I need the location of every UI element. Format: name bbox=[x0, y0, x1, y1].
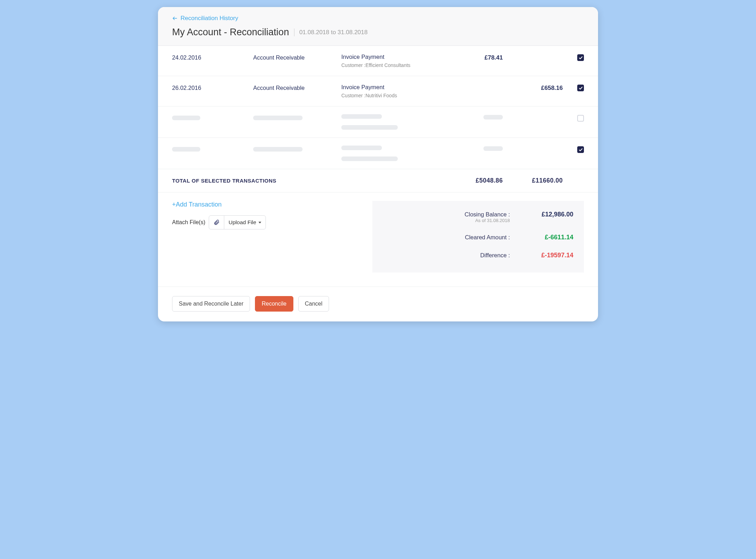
closing-balance-value: £12,986.00 bbox=[524, 211, 573, 218]
transaction-desc-main: Invoice Payment bbox=[341, 84, 443, 91]
back-link-text: Reconciliation History bbox=[181, 15, 238, 22]
attach-file-label: Attach File(s) bbox=[172, 219, 205, 226]
summary-panel: Closing Balance : As of 31.08.2018 £12,9… bbox=[372, 201, 584, 272]
transaction-row: 24.02.2016 Account Receivable Invoice Pa… bbox=[158, 46, 598, 76]
transaction-row: 26.02.2016 Account Receivable Invoice Pa… bbox=[158, 76, 598, 106]
transaction-checkbox[interactable] bbox=[577, 146, 584, 153]
check-icon bbox=[579, 86, 583, 90]
skeleton-placeholder bbox=[341, 114, 382, 119]
cancel-button[interactable]: Cancel bbox=[298, 296, 329, 312]
totals-credit: £11660.00 bbox=[503, 177, 563, 184]
transaction-description: Invoice Payment Customer :Efficient Cons… bbox=[341, 54, 443, 68]
footer-actions: Save and Reconcile Later Reconcile Cance… bbox=[158, 287, 598, 321]
skeleton-placeholder bbox=[341, 156, 398, 161]
transaction-amount-debit bbox=[443, 84, 503, 85]
chevron-down-icon bbox=[258, 222, 261, 223]
arrow-left-icon bbox=[172, 16, 178, 21]
transaction-row-loading bbox=[158, 106, 598, 138]
page-header: Reconciliation History My Account - Reco… bbox=[158, 7, 598, 46]
reconciliation-frame: Reconciliation History My Account - Reco… bbox=[158, 7, 598, 321]
transaction-amount-debit: £78.41 bbox=[443, 54, 503, 61]
transaction-checkbox[interactable] bbox=[577, 115, 584, 122]
difference-value: £-19597.14 bbox=[524, 252, 573, 259]
save-reconcile-later-button[interactable]: Save and Reconcile Later bbox=[172, 296, 250, 312]
transaction-account: Account Receivable bbox=[253, 54, 341, 61]
date-range: 01.08.2018 to 31.08.2018 bbox=[299, 29, 368, 36]
skeleton-placeholder bbox=[253, 147, 303, 152]
transaction-date: 26.02.2016 bbox=[172, 84, 253, 91]
title-separator bbox=[294, 29, 294, 36]
skeleton-placeholder bbox=[341, 146, 382, 150]
skeleton-placeholder bbox=[483, 115, 503, 119]
transaction-checkbox[interactable] bbox=[577, 54, 584, 61]
transaction-row-loading bbox=[158, 138, 598, 169]
check-icon bbox=[579, 56, 583, 60]
page-title: My Account - Reconciliation bbox=[172, 27, 289, 38]
transaction-desc-sub: Customer :Nutritivi Foods bbox=[341, 93, 443, 98]
upload-file-label: Upload File bbox=[228, 219, 256, 226]
cleared-amount-label: Cleared Amount : bbox=[439, 234, 510, 241]
totals-row: TOTAL OF SELECTED TRANSACTIONS £5048.86 … bbox=[158, 169, 598, 192]
upload-file-icon-button[interactable] bbox=[209, 216, 224, 229]
lower-section: +Add Transaction Attach File(s) Upload F… bbox=[158, 192, 598, 287]
transaction-desc-sub: Customer :Efficient Consultants bbox=[341, 62, 443, 68]
paperclip-icon bbox=[213, 219, 220, 226]
upload-file-group: Upload File bbox=[209, 215, 266, 229]
transaction-amount-credit: £658.16 bbox=[503, 84, 563, 92]
cleared-amount-value: £-6611.14 bbox=[524, 234, 573, 241]
transaction-amount-credit bbox=[503, 54, 563, 54]
add-transaction-link[interactable]: +Add Transaction bbox=[172, 201, 365, 208]
upload-file-button[interactable]: Upload File bbox=[224, 216, 265, 229]
skeleton-placeholder bbox=[253, 116, 303, 120]
closing-balance-label: Closing Balance : bbox=[439, 211, 510, 218]
skeleton-placeholder bbox=[172, 147, 200, 152]
transaction-date: 24.02.2016 bbox=[172, 54, 253, 61]
difference-label: Difference : bbox=[439, 252, 510, 259]
skeleton-placeholder bbox=[172, 116, 200, 120]
totals-debit: £5048.86 bbox=[443, 177, 503, 184]
transaction-checkbox[interactable] bbox=[577, 85, 584, 91]
skeleton-placeholder bbox=[483, 146, 503, 151]
transaction-description: Invoice Payment Customer :Nutritivi Food… bbox=[341, 84, 443, 98]
back-link[interactable]: Reconciliation History bbox=[172, 15, 238, 22]
totals-label: TOTAL OF SELECTED TRANSACTIONS bbox=[172, 178, 443, 184]
reconcile-button[interactable]: Reconcile bbox=[255, 296, 293, 312]
check-icon bbox=[579, 148, 583, 152]
skeleton-placeholder bbox=[341, 125, 398, 130]
closing-balance-sub: As of 31.08.2018 bbox=[475, 218, 510, 223]
transaction-account: Account Receivable bbox=[253, 84, 341, 91]
transaction-desc-main: Invoice Payment bbox=[341, 54, 443, 60]
